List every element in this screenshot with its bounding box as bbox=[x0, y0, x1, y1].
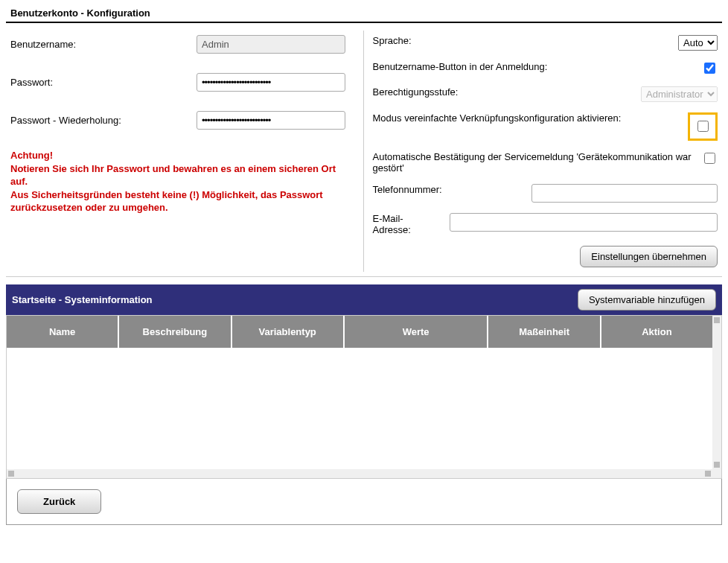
language-select[interactable]: Auto bbox=[678, 35, 718, 51]
col-unit: Maßeinheit bbox=[488, 316, 601, 348]
username-button-checkbox[interactable] bbox=[704, 63, 715, 74]
permission-level-select: Administrator bbox=[641, 86, 718, 102]
config-left-column: Benutzername: Passwort: Passwort - Wiede… bbox=[6, 31, 363, 272]
password-label: Passwort: bbox=[10, 77, 197, 88]
section-title: Benutzerkonto - Konfiguration bbox=[6, 6, 722, 23]
email-label: E-Mail-Adresse: bbox=[373, 213, 425, 235]
warning-line-2: Notieren Sie sich Ihr Passwort und bewah… bbox=[10, 162, 356, 188]
scrollbar-corner bbox=[712, 469, 721, 478]
config-right-column: Sprache: Auto Benutzername-Button in der… bbox=[363, 31, 723, 272]
password-input[interactable] bbox=[197, 73, 345, 92]
username-input bbox=[197, 35, 345, 54]
username-button-label: Benutzername-Button in der Anmeldung: bbox=[373, 61, 702, 72]
highlighted-checkbox-frame bbox=[688, 112, 718, 141]
table-body-empty bbox=[7, 348, 721, 467]
footer-bar: Zurück bbox=[6, 479, 722, 525]
auto-confirm-checkbox[interactable] bbox=[704, 153, 715, 164]
vertical-scrollbar[interactable] bbox=[712, 316, 721, 469]
simplified-mode-checkbox[interactable] bbox=[697, 121, 709, 132]
phone-input[interactable] bbox=[531, 184, 718, 203]
horizontal-scrollbar[interactable] bbox=[7, 469, 712, 478]
table-header-row: Name Beschreibung Variablentyp Werte Maß… bbox=[7, 316, 712, 348]
phone-label: Telefonnummer: bbox=[373, 184, 470, 195]
col-values: Werte bbox=[345, 316, 489, 348]
col-type: Variablentyp bbox=[232, 316, 345, 348]
password-repeat-label: Passwort - Wiederholung: bbox=[10, 115, 197, 126]
sysinfo-panel-title: Startseite - Systeminformation bbox=[12, 294, 153, 305]
simplified-mode-label: Modus vereinfachte Verknüpfungskonfigura… bbox=[373, 112, 689, 124]
col-action: Aktion bbox=[601, 316, 712, 348]
email-input[interactable] bbox=[450, 213, 718, 232]
back-button[interactable]: Zurück bbox=[17, 489, 101, 514]
sysinfo-panel-header: Startseite - Systeminformation Systemvar… bbox=[6, 284, 722, 315]
username-label: Benutzername: bbox=[10, 39, 197, 50]
col-name: Name bbox=[7, 316, 119, 348]
password-warning: Achtung! Notieren Sie sich Ihr Passwort … bbox=[10, 149, 356, 214]
language-label: Sprache: bbox=[373, 35, 679, 46]
add-system-variable-button[interactable]: Systemvariable hinzufügen bbox=[578, 289, 716, 311]
warning-line-1: Achtung! bbox=[10, 149, 356, 162]
auto-confirm-label: Automatische Bestätigung der Servicemeld… bbox=[373, 151, 702, 174]
permission-level-label: Berechtigungsstufe: bbox=[373, 86, 642, 98]
warning-line-3: Aus Sicherheitsgründen besteht keine (!)… bbox=[10, 188, 356, 214]
password-repeat-input[interactable] bbox=[197, 111, 345, 130]
apply-settings-button[interactable]: Einstellungen übernehmen bbox=[580, 246, 718, 267]
col-description: Beschreibung bbox=[119, 316, 232, 348]
sysinfo-table: Name Beschreibung Variablentyp Werte Maß… bbox=[6, 315, 722, 479]
